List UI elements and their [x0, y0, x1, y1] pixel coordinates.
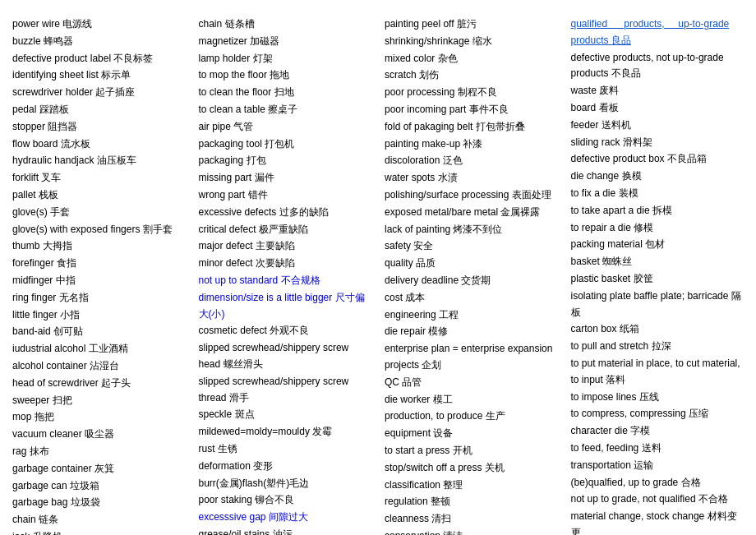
list-item: identifying sheet list 标示单: [12, 67, 186, 84]
list-item: flow board 流水板: [12, 136, 186, 153]
list-item: defective product box 不良品箱: [571, 151, 744, 168]
list-item: shrinking/shrinkage 缩水: [385, 34, 558, 50]
list-item: mop 拖把: [12, 409, 186, 426]
list-item: hydraulic handjack 油压板车: [12, 153, 186, 169]
list-item: painting peel off 脏污: [385, 16, 558, 33]
list-item: poor incoming part 事件不良: [385, 102, 558, 118]
list-item: garbage bag 垃圾袋: [12, 495, 186, 511]
list-item: scratch 划伤: [385, 67, 558, 84]
list-item: vacuum cleaner 吸尘器: [12, 427, 186, 443]
list-item: mildewed=moldy=mouldy 发霉: [199, 424, 372, 440]
list-item: to mop the floor 拖地: [199, 67, 372, 84]
list-item: QC 品管: [385, 375, 558, 391]
list-item: burr(金属)flash(塑件)毛边: [199, 476, 372, 492]
list-item: speckle 斑点: [199, 407, 372, 423]
list-item: midfinger 中指: [12, 273, 186, 289]
list-item: slipped screwhead/shippery screw thread …: [199, 374, 372, 407]
list-item: slipped screwhead/shippery screw head 螺丝…: [199, 340, 372, 373]
list-item: ring finger 无名指: [12, 290, 186, 307]
list-item: fold of pakaging belt 打包带折叠: [385, 119, 558, 136]
list-item: character die 字模: [571, 423, 744, 440]
column-2: chain 链条槽 magnetizer 加磁器 lamp holder 灯架 …: [192, 16, 379, 535]
list-item: feeder 送料机: [571, 118, 744, 134]
list-item: power wire 电源线: [12, 16, 186, 33]
list-item: alcohol container 沾湿台: [12, 358, 186, 375]
list-item: to clean the floor 扫地: [199, 85, 372, 101]
column-1: power wire 电源线 buzzle 蜂鸣器 defective prod…: [12, 16, 192, 535]
list-item: air pipe 气管: [199, 119, 372, 136]
list-item: die change 换模: [571, 168, 744, 185]
list-item: quality 品质: [385, 256, 558, 272]
list-item: forklift 叉车: [12, 170, 186, 187]
list-item: regulation 整顿: [385, 494, 558, 510]
list-item: transportation 运输: [571, 458, 744, 474]
list-item: iudustrial alcohol 工业酒精: [12, 341, 186, 357]
list-item: sliding rack 滑料架: [571, 135, 744, 151]
list-item-blue: not up to standard 不合规格: [199, 273, 372, 289]
list-item: (be)qualfied, up to grade 合格: [571, 475, 744, 491]
list-item: to feed, feeding 送料: [571, 440, 744, 457]
list-item: buzzle 蜂鸣器: [12, 34, 186, 50]
list-item: to clean a table 擦桌子: [199, 102, 372, 118]
list-item: lamp holder 灯架: [199, 51, 372, 67]
list-item: equipment 设备: [385, 426, 558, 442]
list-item: painting make-up 补漆: [385, 136, 558, 153]
main-content: power wire 电源线 buzzle 蜂鸣器 defective prod…: [12, 16, 744, 535]
list-item: defective products, not up-to-grade prod…: [571, 50, 744, 83]
list-item: rust 生锈: [199, 441, 372, 458]
list-item: head of screwdriver 起子头: [12, 376, 186, 392]
list-item: grease/oil stains 油污: [199, 527, 372, 535]
list-item: to start a press 开机: [385, 443, 558, 459]
list-item: stopper 阻挡器: [12, 119, 186, 136]
list-item: basket 蜘蛛丝: [571, 254, 744, 270]
list-item: not up to grade, not qualified 不合格: [571, 491, 744, 508]
list-item: band-aid 创可贴: [12, 324, 186, 340]
list-item: glove(s) 手套: [12, 205, 186, 221]
list-item: cost 成本: [385, 290, 558, 307]
list-item: plastic basket 胶筐: [571, 271, 744, 288]
list-item: delivery deadline 交货期: [385, 273, 558, 289]
list-item: little finger 小指: [12, 307, 186, 324]
list-item: classification 整理: [385, 477, 558, 494]
list-item: to put material in place, to cut materia…: [571, 356, 744, 389]
list-item: conservation 清洁: [385, 528, 558, 535]
list-item: packaging 打包: [199, 153, 372, 169]
list-item: enterprise plan = enterprise expansion p…: [385, 341, 558, 374]
list-item: major defect 主要缺陷: [199, 238, 372, 255]
list-item: packaging tool 打包机: [199, 136, 372, 153]
list-item: cleanness 清扫: [385, 511, 558, 528]
list-item: to repair a die 修模: [571, 220, 744, 237]
list-item: stop/switch off a press 关机: [385, 460, 558, 477]
list-item: pallet 栈板: [12, 187, 186, 204]
list-item: to compress, compressing 压缩: [571, 406, 744, 422]
list-item: jack 升降机: [12, 529, 186, 535]
list-item: screwdriver holder 起子插座: [12, 85, 186, 101]
list-item-blue: excesssive gap 间隙过大: [199, 510, 372, 526]
list-item: board 看板: [571, 100, 744, 117]
list-item: cosmetic defect 外观不良: [199, 323, 372, 339]
list-item-blue: dimension/size is a little bigger 尺寸偏大(小…: [199, 290, 372, 323]
list-item: rag 抹布: [12, 444, 186, 460]
list-item: garbage container 灰箕: [12, 461, 186, 477]
list-item: die worker 模工: [385, 392, 558, 408]
list-item: glove(s) with exposed fingers 割手套: [12, 222, 186, 238]
list-item: poor staking 铆合不良: [199, 492, 372, 509]
column-4: qualified products, up-to-grade products…: [565, 16, 744, 535]
list-item: die repair 模修: [385, 324, 558, 340]
list-item: pedal 踩踏板: [12, 102, 186, 118]
list-item: sweeper 扫把: [12, 393, 186, 409]
list-item: safety 安全: [385, 238, 558, 255]
list-item: excessive defects 过多的缺陷: [199, 205, 372, 221]
list-item: water spots 水渍: [385, 170, 558, 187]
list-item: magnetizer 加磁器: [199, 34, 372, 50]
list-item: to take apart a die 拆模: [571, 203, 744, 219]
list-item: to pull and stretch 拉深: [571, 339, 744, 355]
list-item: forefinger 食指: [12, 256, 186, 272]
list-item: chain 链条槽: [199, 16, 372, 33]
list-item: exposed metal/bare metal 金属裸露: [385, 205, 558, 221]
list-item: carton box 纸箱: [571, 321, 744, 338]
list-item: to impose lines 压线: [571, 390, 744, 406]
list-item-qualified-products: qualified products, up-to-grade products…: [571, 16, 744, 49]
list-item: poor processing 制程不良: [385, 85, 558, 101]
list-item: critical defect 极严重缺陷: [199, 222, 372, 238]
